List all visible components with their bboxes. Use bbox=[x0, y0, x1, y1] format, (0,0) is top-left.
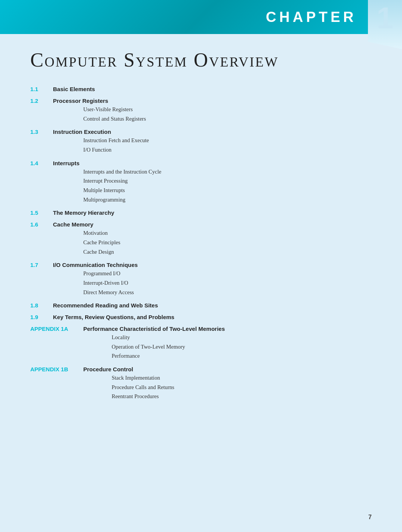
main-content: Computer System Overview 1.1Basic Elemen… bbox=[0, 34, 402, 429]
toc-section-number: 1.6 bbox=[30, 221, 53, 228]
appendix-sub-item: Performance bbox=[112, 351, 372, 361]
appendix-group: APPENDIX 1APerformance Characteristicd o… bbox=[30, 326, 372, 361]
toc-main-entry: 1.2Processor Registers bbox=[30, 98, 372, 104]
toc-section-number: 1.8 bbox=[30, 302, 53, 309]
appendix-sub-item: Operation of Two-Level Memory bbox=[112, 342, 372, 352]
toc-section-title: Interrupts bbox=[53, 160, 79, 166]
toc-sub-item: Interrupt Processing bbox=[83, 176, 372, 186]
appendix-sub-items: Stack ImplementationProcedure Calls and … bbox=[30, 373, 372, 401]
toc-section-number: 1.1 bbox=[30, 86, 53, 92]
toc-main-entry: 1.8Recommended Reading and Web Sites bbox=[30, 302, 372, 309]
appendix-main-entry: APPENDIX 1APerformance Characteristicd o… bbox=[30, 326, 372, 332]
toc-sub-items: Programmed I/OInterrupt-Driven I/ODirect… bbox=[30, 269, 372, 297]
toc-main-entry: 1.9Key Terms, Review Questions, and Prob… bbox=[30, 314, 372, 320]
appendix-list: APPENDIX 1APerformance Characteristicd o… bbox=[30, 326, 372, 401]
toc-section-title: Key Terms, Review Questions, and Problem… bbox=[53, 314, 175, 320]
toc-group: 1.3Instruction ExecutionInstruction Fetc… bbox=[30, 129, 372, 154]
toc-sub-item: Control and Status Registers bbox=[83, 114, 372, 124]
appendix-sub-item: Procedure Calls and Returns bbox=[112, 383, 372, 392]
toc-section-title: Cache Memory bbox=[53, 221, 93, 228]
toc-sub-item: Direct Memory Access bbox=[83, 288, 372, 297]
appendix-sub-item: Stack Implementation bbox=[112, 373, 372, 383]
toc-sub-item: User-Visible Registers bbox=[83, 105, 372, 114]
toc-section-number: 1.7 bbox=[30, 262, 53, 268]
toc-main-entry: 1.3Instruction Execution bbox=[30, 129, 372, 135]
toc-main-entry: 1.5The Memory Hierarchy bbox=[30, 209, 372, 216]
toc-sub-item: Programmed I/O bbox=[83, 269, 372, 278]
toc-sub-items: Interrupts and the Instruction CycleInte… bbox=[30, 167, 372, 205]
chapter-number: 1 bbox=[377, 3, 394, 33]
toc-main-entry: 1.1Basic Elements bbox=[30, 86, 372, 92]
toc-group: 1.7I/O Communication TechniquesProgramme… bbox=[30, 262, 372, 297]
toc-sub-item: Cache Principles bbox=[83, 238, 372, 247]
toc-group: 1.1Basic Elements bbox=[30, 86, 372, 92]
appendix-main-entry: APPENDIX 1BProcedure Control bbox=[30, 366, 372, 372]
appendix-sub-item: Locality bbox=[112, 333, 372, 342]
toc-sub-item: Interrupts and the Instruction Cycle bbox=[83, 167, 372, 177]
toc-group: 1.2Processor RegistersUser-Visible Regis… bbox=[30, 98, 372, 123]
appendix-number: APPENDIX 1A bbox=[30, 326, 83, 332]
toc-section-number: 1.5 bbox=[30, 209, 53, 216]
toc-main-entry: 1.7I/O Communication Techniques bbox=[30, 262, 372, 268]
chapter-title: Computer System Overview bbox=[30, 49, 372, 71]
toc-list: 1.1Basic Elements1.2Processor RegistersU… bbox=[30, 86, 372, 320]
page-number: 7 bbox=[368, 514, 372, 521]
toc-sub-items: MotivationCache PrinciplesCache Design bbox=[30, 228, 372, 256]
toc-section-title: The Memory Hierarchy bbox=[53, 209, 114, 216]
appendix-sub-item: Reentrant Procedures bbox=[112, 392, 372, 401]
toc-sub-item: Motivation bbox=[83, 228, 372, 238]
appendix-title: Procedure Control bbox=[83, 366, 133, 372]
appendix-number: APPENDIX 1B bbox=[30, 366, 83, 372]
chapter-number-tab: 1 bbox=[368, 0, 402, 49]
toc-section-title: Instruction Execution bbox=[53, 129, 111, 135]
toc-section-title: Basic Elements bbox=[53, 86, 95, 92]
toc-sub-item: Instruction Fetch and Execute bbox=[83, 136, 372, 145]
appendix-title: Performance Characteristicd of Two-Level… bbox=[83, 326, 225, 332]
toc-sub-item: Multiprogramming bbox=[83, 195, 372, 205]
chapter-label: CHAPTER bbox=[266, 9, 357, 25]
appendix-group: APPENDIX 1BProcedure ControlStack Implem… bbox=[30, 366, 372, 401]
toc-section-title: Recommended Reading and Web Sites bbox=[53, 302, 158, 309]
toc-section-number: 1.3 bbox=[30, 129, 53, 135]
chapter-header: CHAPTER 1 bbox=[0, 0, 402, 34]
toc-section-number: 1.2 bbox=[30, 98, 53, 104]
toc-sub-item: Cache Design bbox=[83, 247, 372, 257]
toc-group: 1.8Recommended Reading and Web Sites bbox=[30, 302, 372, 309]
appendix-sub-items: LocalityOperation of Two-Level MemoryPer… bbox=[30, 333, 372, 361]
toc-group: 1.9Key Terms, Review Questions, and Prob… bbox=[30, 314, 372, 320]
toc-main-entry: 1.6Cache Memory bbox=[30, 221, 372, 228]
toc-sub-item: Interrupt-Driven I/O bbox=[83, 278, 372, 288]
toc-section-number: 1.4 bbox=[30, 160, 53, 166]
toc-sub-items: Instruction Fetch and ExecuteI/O Functio… bbox=[30, 136, 372, 154]
page: CHAPTER 1 Computer System Overview 1.1Ba… bbox=[0, 0, 402, 532]
toc-section-title: I/O Communication Techniques bbox=[53, 262, 138, 268]
toc-main-entry: 1.4Interrupts bbox=[30, 160, 372, 166]
toc-sub-items: User-Visible RegistersControl and Status… bbox=[30, 105, 372, 123]
toc-sub-item: I/O Function bbox=[83, 145, 372, 155]
toc-group: 1.5The Memory Hierarchy bbox=[30, 209, 372, 216]
toc-group: 1.6Cache MemoryMotivationCache Principle… bbox=[30, 221, 372, 256]
toc-section-title: Processor Registers bbox=[53, 98, 108, 104]
toc-group: 1.4InterruptsInterrupts and the Instruct… bbox=[30, 160, 372, 205]
toc-section-number: 1.9 bbox=[30, 314, 53, 320]
toc-sub-item: Multiple Interrupts bbox=[83, 186, 372, 195]
